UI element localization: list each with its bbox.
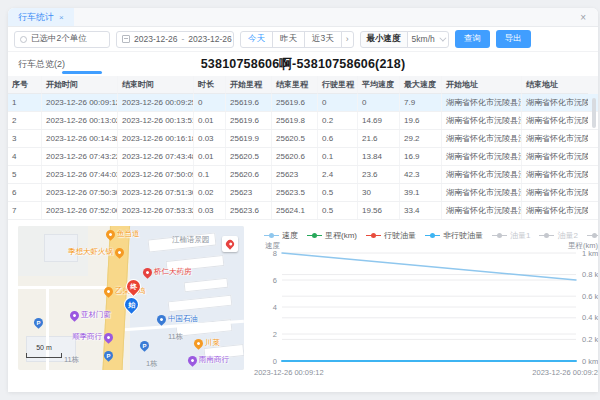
today-button[interactable]: 今天 (240, 31, 273, 48)
legend-item[interactable]: 里程(km) (307, 230, 357, 241)
table-cell: 0 (318, 94, 358, 111)
table-cell: 2023-12-26 07:51:30 (118, 184, 194, 201)
table-cell: 30 (358, 184, 400, 201)
bottom-panel: 鱼当道季想大虾火锅江楠语景园桥仁大药房乙柴火鸡终始亚材门窗中国石油顺季商行PPP… (8, 220, 598, 392)
poi-marker[interactable]: 顺季商行 (72, 332, 113, 342)
table-cell: 1 (8, 94, 42, 111)
poi-marker[interactable]: 雨南商行 (188, 355, 229, 365)
table-cell: 湖南省怀化市沅陵县沅... (442, 202, 522, 219)
table-cell: 39.1 (400, 184, 442, 201)
svg-text:2: 2 (273, 330, 277, 339)
poi-label: 桥仁大药房 (154, 267, 192, 277)
yesterday-button[interactable]: 昨天 (272, 31, 305, 48)
last-3-days-button[interactable]: 近3天 (304, 31, 342, 48)
poi-marker[interactable]: 川菜 (194, 338, 220, 348)
min-speed-select[interactable]: 5km/h (407, 31, 449, 48)
table-cell: 25619.9 (226, 130, 272, 147)
poi-pin-icon (102, 285, 115, 298)
legend-item[interactable]: 油量2 (539, 230, 577, 241)
poi-marker[interactable]: 季想大虾火锅 (68, 247, 124, 257)
date-start: 2023-12-26 (134, 34, 177, 44)
parking-marker-icon[interactable]: P (32, 316, 45, 329)
date-range-picker[interactable]: 2023-12-26 - 2023-12-26 (116, 31, 234, 48)
tab-driving-statistics[interactable]: 行车统计 × (8, 8, 74, 26)
table-row[interactable]: 32023-12-26 00:14:382023-12-26 00:16:180… (8, 130, 598, 148)
legend-item[interactable]: 速度 (264, 230, 298, 241)
legend-item[interactable]: 油量3 (587, 230, 598, 241)
poi-label: 季想大虾火锅 (68, 247, 113, 257)
svg-text:0 km: 0 km (582, 357, 598, 366)
locate-pin-icon (224, 238, 235, 249)
column-header: 时长 (194, 76, 226, 94)
table-row[interactable]: 22023-12-26 00:13:022023-12-26 00:13:510… (8, 112, 598, 130)
tab-close-icon[interactable]: × (59, 13, 64, 22)
table-cell: 2023-12-26 00:09:25 (118, 94, 194, 111)
poi-marker[interactable]: 亚材门窗 (70, 310, 111, 320)
close-panel-icon[interactable]: × (568, 8, 598, 26)
query-button[interactable]: 查询 (455, 30, 490, 48)
table-header-row: 序号开始时间结束时间时长开始里程结束里程行驶里程平均速度最大速度开始地址结束地址 (8, 76, 598, 94)
map-label: 1栋 (146, 359, 158, 369)
table-cell: 0.6 (318, 130, 358, 147)
date-end: 2023-12-26 (188, 34, 231, 44)
column-header: 平均速度 (358, 76, 400, 94)
poi-pin-icon (192, 337, 205, 350)
table-row[interactable]: 12023-12-26 00:09:122023-12-26 00:09:250… (8, 94, 598, 112)
svg-text:0: 0 (273, 357, 277, 366)
table-cell: 2023-12-26 07:43:22 (42, 148, 118, 165)
poi-label: 亚材门窗 (81, 310, 111, 320)
table-cell: 7.9 (400, 94, 442, 111)
table-cell: 25620.6 (226, 166, 272, 183)
table-cell: 25619.6 (226, 94, 272, 111)
table-cell: 2023-12-26 00:13:02 (42, 112, 118, 129)
min-speed-value: 5km/h (412, 34, 435, 44)
legend-item[interactable]: 行驶油量 (366, 230, 416, 241)
unit-select[interactable]: 已选中2个单位 (14, 31, 110, 48)
svg-text:6: 6 (273, 276, 277, 285)
table-cell: 2023-12-26 07:43:48 (118, 148, 194, 165)
export-button[interactable]: 导出 (496, 30, 531, 48)
table-cell: 13.84 (358, 148, 400, 165)
poi-marker[interactable]: 中国石油 (157, 314, 198, 324)
table-cell: 2023-12-26 07:44:03 (42, 166, 118, 183)
poi-pin-icon (68, 309, 81, 322)
map-locate-control[interactable] (222, 236, 238, 252)
date-separator: - (181, 34, 184, 44)
legend-line-icon (264, 233, 279, 238)
table-row[interactable]: 42023-12-26 07:43:222023-12-26 07:43:480… (8, 148, 598, 166)
table-cell: 0.1 (194, 166, 226, 183)
legend-item[interactable]: 油量1 (492, 230, 530, 241)
legend-label: 油量2 (557, 230, 577, 241)
table-cell: 2023-12-26 00:09:12 (42, 94, 118, 111)
table-scrollbar[interactable] (592, 98, 596, 128)
table-cell: 21.6 (358, 130, 400, 147)
table-cell: 16.9 (400, 148, 442, 165)
table-cell: 33.4 (400, 202, 442, 219)
table-row[interactable]: 72023-12-26 07:52:002023-12-26 07:53:320… (8, 202, 598, 220)
table-cell: 5 (8, 166, 42, 183)
column-header: 行驶里程 (318, 76, 358, 94)
table-row[interactable]: 62023-12-26 07:50:302023-12-26 07:51:300… (8, 184, 598, 202)
table-cell: 湖南省怀化市沅陵县沅... (442, 148, 522, 165)
legend-line-icon (539, 233, 554, 238)
poi-marker[interactable]: 鱼当道 (106, 229, 140, 239)
more-ranges-button[interactable]: › (341, 31, 354, 48)
table-cell: 25620.6 (272, 148, 318, 165)
table-cell: 0.01 (194, 112, 226, 129)
map-road (18, 286, 108, 289)
poi-marker[interactable]: 桥仁大药房 (143, 267, 192, 277)
table-cell: 0 (194, 94, 226, 111)
legend-label: 非行驶油量 (443, 230, 483, 241)
map[interactable]: 鱼当道季想大虾火锅江楠语景园桥仁大药房乙柴火鸡终始亚材门窗中国石油顺季商行PPP… (18, 226, 244, 370)
overview-header: 行车总览(2) 53810758606啊-53810758606(218) (8, 52, 598, 76)
table-row[interactable]: 52023-12-26 07:44:032023-12-26 07:50:090… (8, 166, 598, 184)
legend-label: 速度 (282, 230, 298, 241)
table-cell: 14.69 (358, 112, 400, 129)
legend-line-icon (425, 233, 440, 238)
legend-item[interactable]: 非行驶油量 (425, 230, 483, 241)
unit-select-icon (20, 36, 27, 43)
table-cell: 2023-12-26 07:50:09 (118, 166, 194, 183)
table-cell: 19.56 (358, 202, 400, 219)
column-header: 结束时间 (118, 76, 194, 94)
map-label: 江楠语景园 (172, 235, 210, 245)
